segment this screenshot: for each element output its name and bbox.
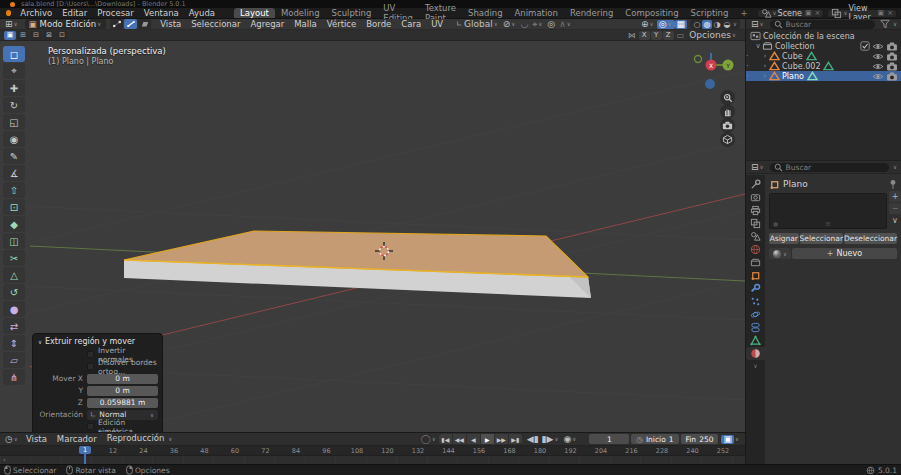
tool-rip-region[interactable]: ⋔ [3, 369, 25, 385]
workspace-tab-rendering[interactable]: Rendering [564, 8, 619, 18]
properties-tab-output[interactable] [746, 204, 765, 217]
properties-tab-material[interactable] [746, 347, 765, 360]
eye-icon[interactable] [872, 52, 884, 61]
perspective-toggle-button[interactable] [720, 132, 735, 147]
select-mode-1-button[interactable]: ⊞ [17, 31, 29, 40]
playhead[interactable]: 1 [79, 446, 91, 464]
camera-icon[interactable] [886, 72, 898, 81]
workspace-tab-shading[interactable]: Shading [462, 8, 509, 18]
tool-options-dropdown[interactable]: Opciones∨ [687, 31, 739, 40]
material-slot-list[interactable]: ● ≡ [769, 193, 887, 229]
menu-editar[interactable]: Editar [57, 8, 92, 19]
gizmo-axis-neg-z[interactable] [705, 79, 715, 89]
blender-menu-icon[interactable] [6, 10, 11, 16]
snap-target-selector[interactable]: ⌖∨ [530, 20, 545, 29]
viewport-menu-cara[interactable]: Cara [396, 19, 426, 30]
frame-start-field[interactable]: ◷ Inicio1 [631, 434, 678, 444]
viewport-menu-vista[interactable]: Vista [155, 19, 186, 30]
properties-tab-world[interactable] [746, 243, 765, 256]
workspace-tab-scripting[interactable]: Scripting [685, 8, 735, 18]
view-layer-new-icon[interactable]: ▣ [878, 9, 885, 17]
pan-hand-button[interactable] [720, 104, 735, 119]
add-workspace-button[interactable]: + [734, 8, 753, 18]
view-layer-remove-icon[interactable]: × [887, 9, 893, 17]
dissolve-edges-checkbox[interactable] [87, 363, 94, 370]
timeline-ruler[interactable]: 1224364860728496108120132144156168180192… [0, 446, 745, 456]
checkbox-icon[interactable] [860, 41, 870, 51]
show-gizmos-toggle[interactable]: ⊕∨ [639, 20, 657, 29]
properties-tab-view-layer[interactable] [746, 217, 765, 230]
tool-bevel[interactable]: ◆ [3, 216, 25, 232]
move-z-field[interactable]: 0.059881 m [87, 398, 158, 408]
move-y-field[interactable]: 0 m [87, 386, 158, 396]
auto-keying-button[interactable]: ◉∨ [561, 435, 579, 444]
tool-move[interactable]: ✚ [3, 80, 25, 96]
timeline-menu-reproducci-n[interactable]: Reproducción ∨ [102, 433, 178, 445]
gizmo-axis-neg-y[interactable] [695, 56, 702, 63]
frame-end-field[interactable]: Fin250 [681, 434, 719, 444]
tool-smooth[interactable]: ● [3, 301, 25, 317]
camera-view-button[interactable] [720, 118, 735, 133]
vertex-select-button[interactable] [110, 19, 123, 29]
mode-selector[interactable]: ▣ Modo Edición∨ [25, 19, 107, 29]
scene-new-icon[interactable]: ▣ [805, 9, 812, 17]
tool-edge-slide[interactable]: ⇄ [3, 318, 25, 334]
select-mode-0-button[interactable]: ▣ [4, 31, 16, 40]
outliner-row-colecci-n-de-la-escena[interactable]: Colección de la escena [746, 31, 901, 41]
properties-tab-modifiers[interactable] [746, 282, 765, 295]
tool-extrude-region[interactable]: ⇧ [3, 182, 25, 198]
deselect-button[interactable]: Deseleccionar [844, 233, 897, 244]
tool-select-box[interactable]: ◻ [3, 46, 25, 62]
transform-orientation-selector[interactable]: ∟ Global∨ [454, 20, 501, 29]
workspace-tab-modeling[interactable]: Modeling [275, 8, 326, 18]
outliner-row-plano[interactable]: ·›Plano [746, 71, 901, 81]
viewport-menu-malla[interactable]: Malla [289, 19, 321, 30]
outliner-filter-button[interactable] [878, 20, 892, 29]
viewport-menu-v-rtice[interactable]: Vértice [322, 19, 361, 30]
tool-shrink-fatten[interactable]: ⇕ [3, 335, 25, 351]
navigation-gizmo[interactable]: X Y [690, 46, 742, 94]
assign-button[interactable]: Asignar [769, 233, 799, 244]
outliner-search-input[interactable]: Buscar [770, 20, 875, 29]
properties-tab-render[interactable] [746, 191, 765, 204]
tool-loop-cut[interactable]: ◫ [3, 233, 25, 249]
face-select-button[interactable] [138, 19, 151, 29]
next-key-button[interactable]: ▶▶ [495, 434, 508, 444]
menu-archivo[interactable]: Archivo [15, 8, 57, 19]
select-mode-4-button[interactable]: ⊡ [56, 31, 68, 40]
slot-specials-dropdown[interactable]: ∨ [889, 215, 901, 226]
properties-tab-physics[interactable] [746, 308, 765, 321]
properties-tab-object[interactable] [746, 269, 765, 282]
eye-icon[interactable] [872, 42, 884, 51]
camera-icon[interactable] [886, 62, 898, 71]
shading-solid-button[interactable]: ◍ [702, 20, 712, 29]
tool-spin[interactable]: ↺ [3, 284, 25, 300]
sync-icon[interactable]: ◯∨ [419, 435, 439, 444]
expand-caret[interactable]: ∨ [754, 42, 762, 50]
mirror-y-button[interactable]: Y [651, 31, 662, 40]
shading-wireframe-button[interactable]: ○ [692, 20, 702, 29]
edge-select-button[interactable] [124, 19, 137, 29]
scene-unlink-icon[interactable]: × [815, 9, 821, 17]
symmetric-edit-checkbox[interactable] [87, 423, 94, 430]
select-mode-3-button[interactable]: ⊠ [43, 31, 55, 40]
properties-tab-tool[interactable] [746, 178, 765, 191]
workspace-tab-sculpting[interactable]: Sculpting [326, 8, 378, 18]
properties-search-input[interactable]: Buscar [770, 163, 889, 172]
properties-tab-particles[interactable] [746, 295, 765, 308]
properties-editor-type-button[interactable]: ⊟∨ [749, 163, 767, 172]
frame-step-buttons[interactable]: ◀▮ ▮▶∨ [525, 435, 562, 444]
viewport-menu-agregar[interactable]: Agregar [245, 19, 289, 30]
tool-scale[interactable]: ◱ [3, 114, 25, 130]
remove-slot-button[interactable]: − [889, 203, 901, 214]
pivot-point-selector[interactable]: ⊘∨ [501, 20, 519, 29]
menu-ventana[interactable]: Ventana [139, 8, 184, 19]
move-x-field[interactable]: 0 m [87, 374, 158, 384]
jump-start-button[interactable]: ▮◀ [439, 434, 452, 444]
tool-transform[interactable]: ◉ [3, 131, 25, 147]
pin-icon[interactable] [889, 179, 897, 190]
workspace-tab-layout[interactable]: Layout [234, 8, 275, 18]
shading-rendered-button[interactable]: ◒ [722, 20, 732, 29]
editor-type-button[interactable]: ⊞∨ [3, 20, 21, 29]
3d-viewport[interactable]: ◻⌖✚↻◱◉✎∡⇧⊡◆◫✂△↺●⇄⇕▱⋔ Personalizada (pers… [0, 41, 745, 432]
